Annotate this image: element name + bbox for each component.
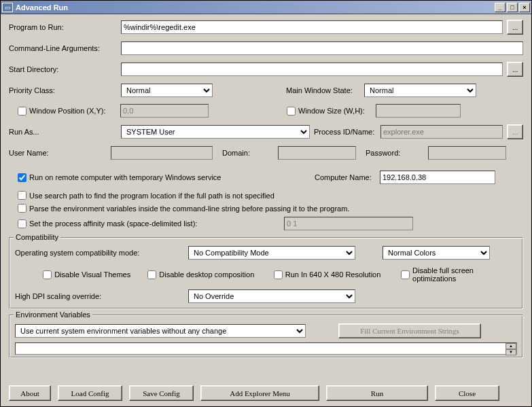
envvars-group-title: Environment Variables	[14, 311, 92, 319]
searchpath-checkbox[interactable]	[18, 191, 26, 200]
colors-select[interactable]: Normal Colors	[383, 246, 490, 260]
disable-fullscreen-checkbox[interactable]	[401, 270, 410, 279]
program-input[interactable]	[121, 20, 503, 34]
startdir-label: Start Directory:	[9, 65, 121, 73]
affinity-label: Set the process affinity mask (space-del…	[29, 219, 284, 228]
parseenv-label: Parse the environment variables inside t…	[29, 205, 349, 213]
args-label: Command-Line Arguments:	[9, 44, 121, 52]
compatibility-group: Compatibility Operating system compatibi…	[9, 237, 523, 309]
env-text-area: ▲ ▼	[15, 342, 517, 355]
minimize-button[interactable]: _	[495, 3, 506, 12]
startdir-input[interactable]	[121, 63, 503, 76]
scroll-up-icon[interactable]: ▲	[506, 343, 516, 349]
load-config-button[interactable]: Load Config	[58, 385, 122, 401]
os-compat-label: Operating system compatibility mode:	[15, 249, 188, 257]
run640-label: Run In 640 X 480 Resolution	[285, 270, 401, 279]
hidpi-select[interactable]: No Override	[188, 289, 355, 303]
runas-label: Run As...	[9, 128, 121, 136]
program-label: Program to Run:	[9, 23, 121, 31]
winsize-checkbox[interactable]	[287, 107, 296, 116]
winpos-checkbox[interactable]	[18, 107, 26, 116]
searchpath-label: Use search path to find the program loca…	[29, 192, 274, 200]
disable-themes-label: Disable Visual Themes	[54, 270, 147, 279]
password-label: Password:	[366, 149, 400, 157]
program-browse-button[interactable]: ...	[507, 20, 523, 35]
mainwin-label: Main Window State:	[286, 86, 364, 94]
domain-label: Domain:	[222, 149, 250, 157]
about-button[interactable]: About	[9, 385, 51, 401]
winsize-input	[376, 104, 461, 118]
winsize-label: Window Size (W,H):	[298, 107, 376, 115]
affinity-input	[284, 217, 413, 230]
disable-themes-checkbox[interactable]	[43, 270, 52, 279]
affinity-checkbox[interactable]	[18, 219, 26, 228]
disable-fullscreen-label: Disable full screen optimizations	[412, 266, 517, 283]
compname-label: Computer Name:	[315, 173, 380, 181]
envvars-group: Environment Variables Use current system…	[9, 315, 523, 358]
window-title: Advanced Run	[16, 3, 495, 12]
username-label: User Name:	[9, 149, 111, 157]
procid-browse-button: ...	[507, 124, 523, 139]
run640-checkbox[interactable]	[274, 270, 283, 279]
domain-input	[278, 146, 356, 160]
priority-label: Priority Class:	[9, 86, 121, 94]
winpos-label: Window Position (X,Y):	[29, 107, 120, 115]
hidpi-label: High DPI scaling override:	[15, 292, 188, 300]
parseenv-checkbox[interactable]	[18, 204, 26, 213]
disable-desktop-label: Disable desktop composition	[159, 270, 273, 279]
password-input	[428, 146, 506, 160]
compat-group-title: Compatibility	[14, 233, 60, 241]
priority-select[interactable]: Normal	[121, 84, 213, 97]
procid-input	[380, 125, 503, 139]
scroll-down-icon[interactable]: ▼	[506, 349, 516, 355]
env-scrollbar[interactable]: ▲ ▼	[506, 343, 516, 354]
envmode-select[interactable]: Use current system environment variables…	[15, 324, 306, 338]
procid-label: Process ID/Name:	[314, 128, 380, 136]
mainwin-select[interactable]: Normal	[364, 84, 476, 97]
close-button[interactable]: Close	[435, 385, 499, 401]
args-input[interactable]	[121, 41, 523, 55]
add-explorer-menu-button[interactable]: Add Explorer Menu	[200, 385, 319, 401]
winpos-input	[120, 104, 209, 118]
disable-desktop-checkbox[interactable]	[147, 270, 156, 279]
maximize-button[interactable]: □	[507, 3, 518, 12]
titlebar: ▭ Advanced Run _ □ ×	[1, 1, 531, 14]
run-button[interactable]: Run	[326, 385, 428, 401]
runas-select[interactable]: SYSTEM User	[121, 125, 310, 139]
fill-env-button: Fill Current Environment Strings	[338, 323, 481, 338]
app-icon: ▭	[2, 3, 13, 12]
startdir-browse-button[interactable]: ...	[507, 62, 523, 77]
os-compat-select[interactable]: No Compatibility Mode	[188, 246, 355, 260]
save-config-button[interactable]: Save Config	[129, 385, 194, 401]
compname-input[interactable]	[380, 171, 495, 184]
username-input	[111, 146, 213, 160]
remote-checkbox[interactable]	[18, 173, 26, 182]
remote-label: Run on remote computer with temporary Wi…	[29, 173, 315, 181]
close-window-button[interactable]: ×	[519, 3, 530, 12]
